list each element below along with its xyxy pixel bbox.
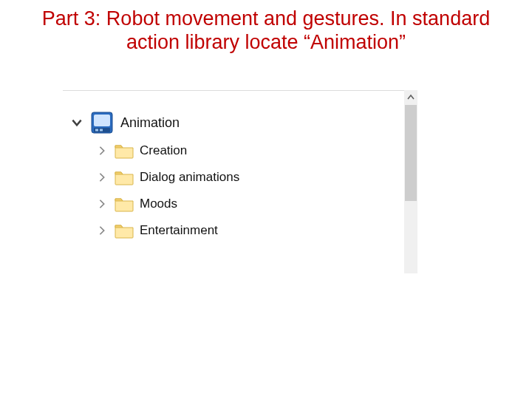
svg-rect-4	[100, 129, 103, 132]
tree-item-moods[interactable]: Moods	[94, 191, 290, 217]
animation-box-icon	[89, 110, 115, 135]
library-tree-panel: Animation Creation	[63, 90, 417, 273]
chevron-down-icon[interactable]	[69, 115, 85, 131]
svg-rect-1	[94, 115, 110, 126]
folder-icon	[115, 143, 134, 159]
folder-icon	[115, 169, 134, 185]
title-line-1: Part 3: Robot movement and gestures. In …	[13, 7, 519, 31]
tree-item-dialog-animations[interactable]: Dialog animations	[94, 164, 290, 191]
tree-item-animation[interactable]: Animation	[69, 108, 290, 137]
slide-title: Part 3: Robot movement and gestures. In …	[0, 0, 532, 55]
folder-icon	[115, 196, 134, 212]
title-line-2: action library locate “Animation”	[13, 31, 519, 55]
panel-divider	[63, 90, 417, 91]
svg-rect-3	[95, 129, 98, 132]
scroll-up-button[interactable]	[404, 90, 417, 105]
scrollbar-thumb[interactable]	[405, 105, 417, 201]
chevron-right-icon[interactable]	[94, 222, 110, 239]
tree-item-creation[interactable]: Creation	[94, 137, 290, 164]
tree-item-label: Moods	[140, 197, 177, 211]
tree-item-label: Animation	[120, 115, 180, 131]
chevron-right-icon[interactable]	[94, 196, 110, 212]
tree-item-label: Entertainment	[140, 223, 218, 238]
chevron-right-icon[interactable]	[94, 169, 110, 185]
tree-item-label: Dialog animations	[140, 170, 239, 185]
tree-item-entertainment[interactable]: Entertainment	[94, 217, 290, 244]
tree-view: Animation Creation	[69, 108, 290, 244]
tree-children: Creation Dialog animations	[69, 137, 290, 244]
tree-item-label: Creation	[140, 143, 187, 158]
scroll-up-icon	[407, 94, 415, 101]
chevron-right-icon[interactable]	[94, 143, 110, 159]
folder-icon	[115, 222, 134, 239]
